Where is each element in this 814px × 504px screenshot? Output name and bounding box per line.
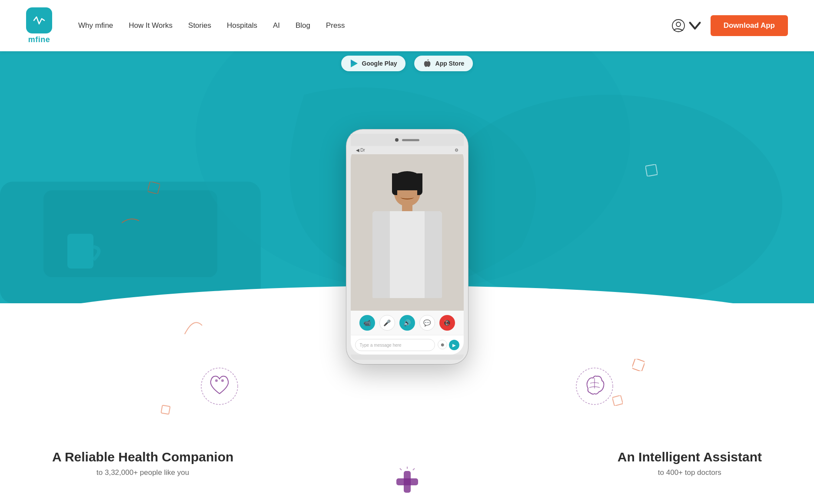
hero-right-content: An Intelligent Assistant to 400+ top doc… <box>618 449 762 477</box>
hero-left-title: A Reliable Health Companion <box>52 449 233 465</box>
nav-link-why-mfine[interactable]: Why mfine <box>78 21 113 30</box>
deco-line-1 <box>122 216 139 227</box>
svg-point-2 <box>676 22 681 27</box>
download-app-button[interactable]: Download App <box>711 15 788 36</box>
svg-rect-21 <box>632 359 645 371</box>
phone-back: ◀ Dr <box>356 148 365 153</box>
svg-point-7 <box>435 95 782 303</box>
svg-rect-15 <box>396 478 418 485</box>
google-play-icon <box>350 59 359 68</box>
logo-label: mfine <box>28 35 50 44</box>
deco-square-3 <box>632 359 645 373</box>
phone-screen: ◀ Dr ⚙ <box>351 146 464 355</box>
svg-rect-5 <box>67 234 93 269</box>
nav-link-ai[interactable]: AI <box>273 21 280 30</box>
deco-square-5 <box>161 405 170 416</box>
svg-point-10 <box>201 368 238 405</box>
doctor-coat <box>372 211 442 298</box>
hero-left-subtitle: to 3,32,000+ people like you <box>52 468 233 477</box>
nav-link-press[interactable]: Press <box>326 21 345 30</box>
deco-square-2 <box>645 164 658 178</box>
phone-speaker <box>402 139 419 141</box>
send-btn[interactable]: ▶ <box>449 340 459 350</box>
phone-notch <box>351 134 464 146</box>
chat-placeholder: Type a message here <box>360 343 402 348</box>
nav-link-how-it-works[interactable]: How It Works <box>129 21 173 30</box>
phone-mockup: ◀ Dr ⚙ <box>346 129 468 364</box>
chat-btn[interactable]: 💬 <box>419 315 435 331</box>
svg-rect-23 <box>161 405 170 414</box>
hero-section: Google Play App Store ◀ Dr ⚙ <box>0 51 814 503</box>
phone-bottom-bar <box>351 355 464 360</box>
attach-btn[interactable]: ⊕ <box>438 340 447 349</box>
google-play-chip[interactable]: Google Play <box>341 56 406 71</box>
video-call-btn[interactable]: 📹 <box>359 315 375 331</box>
app-store-bar: Google Play App Store <box>341 56 473 71</box>
nav-link-blog[interactable]: Blog <box>296 21 310 30</box>
end-call-btn[interactable]: 📵 <box>439 315 455 331</box>
deco-curve-1 <box>183 315 204 338</box>
hero-right-subtitle: to 400+ top doctors <box>618 468 762 477</box>
brain-assistant-icon <box>575 367 614 408</box>
chevron-down-icon <box>688 19 702 33</box>
mute-btn[interactable]: 🎤 <box>379 315 395 331</box>
apple-icon <box>423 59 432 68</box>
app-store-label: App Store <box>435 60 465 67</box>
svg-rect-19 <box>148 182 160 194</box>
phone-status-bar: ◀ Dr ⚙ <box>351 146 464 154</box>
phone-call-controls: 📹 🎤 🔊 💬 📵 <box>351 311 464 335</box>
phone-camera <box>395 138 399 142</box>
nav-links: Why mfine How It Works Stories Hospitals… <box>78 21 671 30</box>
navbar: mfine Why mfine How It Works Stories Hos… <box>0 0 814 51</box>
hero-content: A Reliable Health Companion to 3,32,000+… <box>0 449 814 477</box>
speaker-btn[interactable]: 🔊 <box>399 315 415 331</box>
user-account-button[interactable] <box>671 19 702 33</box>
logo-icon <box>26 7 52 33</box>
google-play-label: Google Play <box>362 60 397 67</box>
nav-link-stories[interactable]: Stories <box>188 21 211 30</box>
phone-chat-input-area: Type a message here ⊕ ▶ <box>351 335 464 355</box>
nav-right: Download App <box>671 15 788 36</box>
phone-screen-area: ◀ Dr ⚙ <box>351 146 464 355</box>
svg-rect-20 <box>645 164 658 176</box>
hero-right-title: An Intelligent Assistant <box>618 449 762 465</box>
nav-link-hospitals[interactable]: Hospitals <box>227 21 257 30</box>
hero-left-content: A Reliable Health Companion to 3,32,000+… <box>52 449 233 477</box>
heart-companion-icon <box>200 367 239 408</box>
app-store-chip[interactable]: App Store <box>415 56 473 71</box>
phone-outer-frame: ◀ Dr ⚙ <box>346 129 468 364</box>
logo[interactable]: mfine <box>26 7 52 44</box>
deco-square-1 <box>148 182 160 196</box>
svg-point-11 <box>215 379 218 382</box>
phone-settings-icon: ⚙ <box>455 148 458 153</box>
chat-input[interactable]: Type a message here <box>355 339 435 351</box>
phone-video-call <box>351 154 464 311</box>
svg-point-12 <box>221 379 224 382</box>
